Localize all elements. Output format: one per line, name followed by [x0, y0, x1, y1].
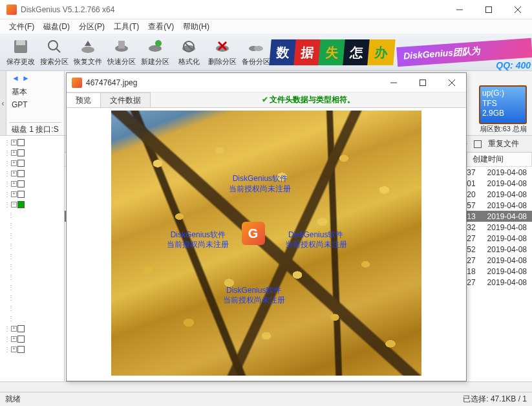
app-icon: [6, 5, 17, 15]
nav-gpt[interactable]: GPT: [9, 99, 61, 111]
horizontal-scrollbar[interactable]: [0, 381, 532, 392]
partition-block[interactable]: up(G:) TFS 2.9GB: [479, 85, 527, 124]
main-titlebar: DiskGenius V5.1.2.766 x64: [0, 0, 532, 19]
tree-expand-icon[interactable]: +: [11, 326, 17, 332]
new-partition-icon: [146, 37, 164, 56]
tree-expand-icon[interactable]: +: [11, 336, 17, 342]
tree-checkbox[interactable]: [17, 201, 25, 208]
close-button[interactable]: [503, 0, 532, 19]
toolbar: 保存更改 搜索分区 恢复文件 快速分区 新建分区 格式化 删除分区 备份分区 数…: [0, 34, 532, 71]
banner-char: 据: [293, 39, 321, 65]
tree-checkbox[interactable]: [17, 336, 25, 343]
preview-window: 46747647.jpeg 预览 文件数据 文件头数据与类型相符。 DiskGe…: [66, 72, 467, 381]
banner-char: 数: [269, 39, 297, 65]
dup-checkbox[interactable]: [474, 140, 482, 148]
partition-name: up(G:): [482, 89, 524, 99]
watermark-text: DiskGenius软件当前授权尚未注册: [167, 230, 229, 250]
menu-help[interactable]: 帮助(H): [179, 20, 213, 34]
preview-title: 46747647.jpeg: [86, 78, 379, 87]
svg-rect-5: [16, 40, 25, 45]
backup-button[interactable]: 备份分区: [239, 37, 273, 67]
svg-rect-10: [118, 41, 125, 48]
sector-info: 扇区数:63 总扇: [480, 124, 527, 134]
preview-close-button[interactable]: [437, 73, 466, 92]
promo-banner: 数 据 失 怎 办 DiskGenius团队为: [271, 34, 532, 71]
delete-partition-button[interactable]: 删除分区: [206, 37, 239, 67]
partition-size: 2.9GB: [482, 109, 524, 119]
tree-expand-icon[interactable]: +: [11, 140, 17, 145]
banner-char: 办: [367, 39, 395, 65]
qq-text: QQ: 400: [496, 60, 531, 70]
new-partition-button[interactable]: 新建分区: [138, 37, 172, 67]
tree-checkbox[interactable]: [17, 139, 25, 146]
search-partition-button[interactable]: 搜索分区: [37, 37, 71, 67]
tree-collapse-icon[interactable]: −: [11, 202, 17, 208]
directory-tree[interactable]: ⋮+ ⋮+ ⋮+ ⋮+ ⋮+ ⋮+ ⋮− ⋮ ⋮ ⋮ ⋮ ⋮ ⋮ ⋮ ⋮ ⋮ ⋮…: [0, 136, 65, 387]
tab-filedata[interactable]: 文件数据: [101, 92, 151, 107]
nav-arrows: ◄ ►: [9, 74, 61, 83]
tree-expand-icon[interactable]: +: [11, 160, 17, 166]
preview-maximize-button[interactable]: [408, 73, 437, 92]
quick-partition-icon: [112, 37, 131, 56]
preview-minimize-button[interactable]: [379, 73, 408, 92]
banner-char: 怎: [343, 39, 370, 65]
preview-status-msg: 文件头数据与类型相符。: [151, 92, 466, 107]
recover-button[interactable]: 恢复文件: [71, 37, 105, 67]
magnifier-icon: [45, 37, 63, 56]
tree-checkbox[interactable]: [17, 346, 25, 353]
nav-basic[interactable]: 基本: [9, 85, 61, 99]
col-create-time[interactable]: 创建时间: [467, 153, 532, 166]
watermark-text: DiskGenius软件当前授权尚未注册: [229, 174, 291, 194]
disk-info: 磁盘 1 接口:S: [9, 122, 61, 136]
format-icon: [180, 37, 198, 56]
svg-point-8: [81, 47, 94, 53]
preview-image: DiskGenius软件当前授权尚未注册 DiskGenius软件当前授权尚未注…: [111, 111, 421, 376]
menu-disk[interactable]: 磁盘(D): [39, 20, 74, 34]
preview-titlebar[interactable]: 46747647.jpeg: [67, 73, 466, 92]
tree-checkbox[interactable]: [17, 149, 25, 156]
menu-view[interactable]: 查看(V): [144, 20, 178, 34]
svg-rect-1: [485, 6, 491, 12]
app-title: DiskGenius V5.1.2.766 x64: [21, 5, 445, 14]
svg-point-6: [48, 41, 58, 50]
forward-arrow-icon[interactable]: ►: [22, 74, 30, 83]
preview-icon: [72, 78, 82, 88]
maximize-button[interactable]: [474, 0, 503, 19]
menu-tools[interactable]: 工具(T): [110, 20, 143, 34]
collapse-handle[interactable]: ‹: [0, 71, 6, 135]
menu-partition[interactable]: 分区(P): [75, 20, 109, 34]
banner-char: 失: [318, 39, 346, 65]
tree-checkbox[interactable]: [17, 160, 25, 167]
svg-rect-22: [420, 80, 425, 85]
menubar: 文件(F) 磁盘(D) 分区(P) 工具(T) 查看(V) 帮助(H): [0, 19, 532, 34]
watermark-text: DiskGenius软件当前授权尚未注册: [223, 286, 285, 306]
selection-text: 已选择: 47.1KB / 1: [463, 394, 527, 405]
tab-preview[interactable]: 预览: [67, 92, 101, 107]
watermark-text: DiskGenius软件当前授权尚未注册: [285, 230, 347, 250]
svg-point-20: [254, 46, 263, 51]
tree-expand-icon[interactable]: +: [11, 191, 17, 197]
preview-tabs: 预览 文件数据 文件头数据与类型相符。: [67, 92, 466, 108]
disk-nav: ◄ ► 基本 GPT 磁盘 1 接口:S: [6, 71, 65, 135]
tree-expand-icon[interactable]: +: [11, 347, 17, 352]
save-icon: [12, 37, 30, 56]
tree-checkbox[interactable]: [17, 170, 25, 177]
tree-checkbox[interactable]: [17, 325, 25, 332]
tree-checkbox[interactable]: [17, 191, 25, 198]
format-button[interactable]: 格式化: [172, 37, 206, 67]
delete-icon: [213, 37, 231, 56]
tree-expand-icon[interactable]: +: [11, 181, 17, 187]
svg-line-7: [56, 48, 60, 52]
tree-expand-icon[interactable]: +: [11, 150, 17, 156]
watermark-logo-icon: G: [242, 222, 265, 245]
backup-icon: [247, 37, 265, 56]
menu-file[interactable]: 文件(F): [5, 20, 38, 34]
quick-partition-button[interactable]: 快速分区: [105, 37, 138, 67]
statusbar: 就绪 已选择: 47.1KB / 1: [0, 392, 532, 406]
tree-checkbox[interactable]: [17, 180, 25, 187]
tree-expand-icon[interactable]: +: [11, 171, 17, 176]
recover-icon: [79, 37, 97, 56]
save-button[interactable]: 保存更改: [4, 37, 37, 67]
minimize-button[interactable]: [445, 0, 474, 19]
back-arrow-icon[interactable]: ◄: [12, 74, 19, 83]
